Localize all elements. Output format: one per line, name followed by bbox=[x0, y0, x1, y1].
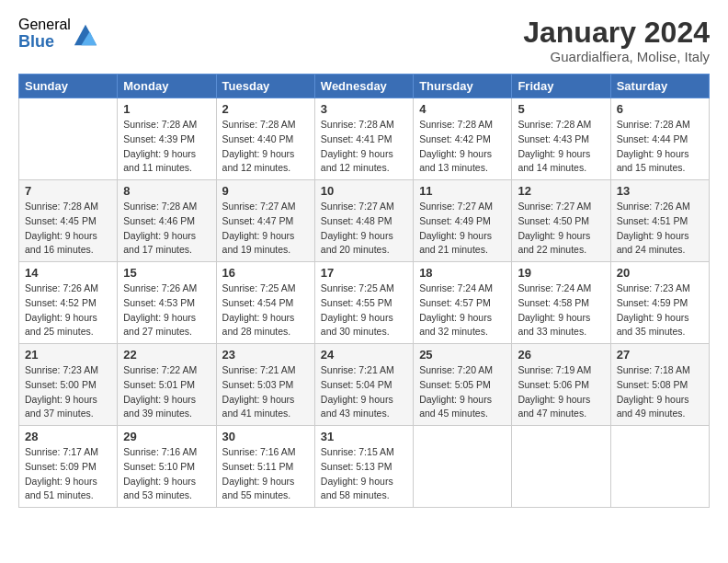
sunset: Sunset: 4:51 PM bbox=[617, 215, 688, 226]
month-title: January 2024 bbox=[523, 17, 710, 49]
calendar-cell: 6 Sunrise: 7:28 AM Sunset: 4:44 PM Dayli… bbox=[610, 98, 709, 180]
weekday-header-row: Sunday Monday Tuesday Wednesday Thursday… bbox=[19, 75, 710, 98]
header-thursday: Thursday bbox=[414, 75, 512, 98]
sunrise: Sunrise: 7:28 AM bbox=[123, 201, 197, 212]
calendar-cell: 5 Sunrise: 7:28 AM Sunset: 4:43 PM Dayli… bbox=[512, 98, 610, 180]
day-number: 2 bbox=[222, 102, 309, 116]
calendar-table: Sunday Monday Tuesday Wednesday Thursday… bbox=[18, 74, 710, 508]
daylight: Daylight: 9 hours and 51 minutes. bbox=[25, 476, 97, 501]
logo-general: General bbox=[18, 17, 71, 33]
day-info: Sunrise: 7:28 AM Sunset: 4:41 PM Dayligh… bbox=[321, 118, 407, 176]
sunset: Sunset: 4:57 PM bbox=[419, 297, 491, 308]
day-number: 1 bbox=[123, 102, 210, 116]
day-number: 16 bbox=[222, 266, 309, 280]
day-info: Sunrise: 7:21 AM Sunset: 5:03 PM Dayligh… bbox=[222, 363, 309, 421]
day-info: Sunrise: 7:16 AM Sunset: 5:10 PM Dayligh… bbox=[123, 445, 210, 503]
calendar-cell: 14 Sunrise: 7:26 AM Sunset: 4:52 PM Dayl… bbox=[19, 262, 118, 344]
sunrise: Sunrise: 7:28 AM bbox=[419, 119, 493, 130]
day-info: Sunrise: 7:27 AM Sunset: 4:48 PM Dayligh… bbox=[321, 200, 407, 258]
day-number: 18 bbox=[419, 266, 506, 280]
day-info: Sunrise: 7:19 AM Sunset: 5:06 PM Dayligh… bbox=[518, 363, 604, 421]
sunrise: Sunrise: 7:28 AM bbox=[123, 119, 197, 130]
title-block: January 2024 Guardialfiera, Molise, Ital… bbox=[523, 17, 710, 64]
day-info: Sunrise: 7:25 AM Sunset: 4:54 PM Dayligh… bbox=[222, 282, 309, 339]
sunrise: Sunrise: 7:25 AM bbox=[321, 282, 394, 293]
calendar-cell: 15 Sunrise: 7:26 AM Sunset: 4:53 PM Dayl… bbox=[118, 262, 216, 344]
daylight: Daylight: 9 hours and 58 minutes. bbox=[321, 476, 393, 501]
day-info: Sunrise: 7:28 AM Sunset: 4:42 PM Dayligh… bbox=[419, 118, 506, 176]
sunrise: Sunrise: 7:24 AM bbox=[518, 282, 591, 293]
page: General Blue January 2024 Guardialfiera,… bbox=[0, 0, 728, 563]
week-row-0: 1 Sunrise: 7:28 AM Sunset: 4:39 PM Dayli… bbox=[19, 98, 710, 180]
daylight: Daylight: 9 hours and 49 minutes. bbox=[617, 394, 689, 419]
calendar-cell: 8 Sunrise: 7:28 AM Sunset: 4:46 PM Dayli… bbox=[118, 180, 216, 262]
sunset: Sunset: 5:11 PM bbox=[222, 461, 294, 472]
sunrise: Sunrise: 7:17 AM bbox=[25, 446, 98, 457]
day-number: 10 bbox=[321, 184, 407, 198]
daylight: Daylight: 9 hours and 43 minutes. bbox=[321, 394, 393, 419]
daylight: Daylight: 9 hours and 37 minutes. bbox=[25, 394, 97, 419]
daylight: Daylight: 9 hours and 39 minutes. bbox=[123, 394, 196, 419]
day-number: 3 bbox=[321, 102, 407, 116]
sunrise: Sunrise: 7:28 AM bbox=[321, 119, 394, 130]
calendar-cell: 10 Sunrise: 7:27 AM Sunset: 4:48 PM Dayl… bbox=[314, 180, 413, 262]
day-number: 9 bbox=[222, 184, 309, 198]
sunset: Sunset: 4:54 PM bbox=[222, 297, 294, 308]
calendar-cell: 2 Sunrise: 7:28 AM Sunset: 4:40 PM Dayli… bbox=[216, 98, 314, 180]
day-info: Sunrise: 7:28 AM Sunset: 4:46 PM Dayligh… bbox=[123, 200, 210, 258]
daylight: Daylight: 9 hours and 35 minutes. bbox=[617, 312, 689, 338]
sunrise: Sunrise: 7:23 AM bbox=[617, 282, 690, 293]
daylight: Daylight: 9 hours and 33 minutes. bbox=[518, 312, 590, 338]
calendar-cell: 21 Sunrise: 7:23 AM Sunset: 5:00 PM Dayl… bbox=[19, 344, 118, 426]
calendar-cell: 3 Sunrise: 7:28 AM Sunset: 4:41 PM Dayli… bbox=[314, 98, 413, 180]
day-number: 6 bbox=[617, 102, 703, 116]
sunset: Sunset: 4:49 PM bbox=[419, 215, 491, 226]
daylight: Daylight: 9 hours and 13 minutes. bbox=[419, 148, 492, 174]
sunrise: Sunrise: 7:21 AM bbox=[222, 364, 296, 375]
day-info: Sunrise: 7:21 AM Sunset: 5:04 PM Dayligh… bbox=[321, 363, 407, 421]
week-row-4: 28 Sunrise: 7:17 AM Sunset: 5:09 PM Dayl… bbox=[19, 426, 710, 508]
day-number: 17 bbox=[321, 266, 407, 280]
day-info: Sunrise: 7:15 AM Sunset: 5:13 PM Dayligh… bbox=[321, 445, 407, 503]
sunrise: Sunrise: 7:25 AM bbox=[222, 282, 296, 293]
calendar-cell: 31 Sunrise: 7:15 AM Sunset: 5:13 PM Dayl… bbox=[314, 426, 413, 508]
daylight: Daylight: 9 hours and 21 minutes. bbox=[419, 230, 492, 256]
sunset: Sunset: 5:09 PM bbox=[25, 461, 97, 472]
day-number: 24 bbox=[321, 348, 407, 362]
day-info: Sunrise: 7:22 AM Sunset: 5:01 PM Dayligh… bbox=[123, 363, 210, 421]
day-number: 23 bbox=[222, 348, 309, 362]
calendar-cell: 26 Sunrise: 7:19 AM Sunset: 5:06 PM Dayl… bbox=[512, 344, 610, 426]
daylight: Daylight: 9 hours and 25 minutes. bbox=[25, 312, 97, 338]
calendar-cell: 19 Sunrise: 7:24 AM Sunset: 4:58 PM Dayl… bbox=[512, 262, 610, 344]
header-tuesday: Tuesday bbox=[216, 75, 314, 98]
sunrise: Sunrise: 7:28 AM bbox=[25, 201, 98, 212]
day-info: Sunrise: 7:23 AM Sunset: 4:59 PM Dayligh… bbox=[617, 282, 703, 339]
sunrise: Sunrise: 7:22 AM bbox=[123, 364, 197, 375]
sunset: Sunset: 5:06 PM bbox=[518, 379, 589, 390]
sunset: Sunset: 4:40 PM bbox=[222, 133, 294, 144]
calendar-cell: 18 Sunrise: 7:24 AM Sunset: 4:57 PM Dayl… bbox=[414, 262, 512, 344]
day-info: Sunrise: 7:27 AM Sunset: 4:50 PM Dayligh… bbox=[518, 200, 604, 258]
daylight: Daylight: 9 hours and 45 minutes. bbox=[419, 394, 492, 419]
sunrise: Sunrise: 7:27 AM bbox=[518, 201, 591, 212]
sunrise: Sunrise: 7:19 AM bbox=[518, 364, 591, 375]
day-number: 12 bbox=[518, 184, 604, 198]
sunrise: Sunrise: 7:27 AM bbox=[222, 201, 296, 212]
sunset: Sunset: 5:10 PM bbox=[123, 461, 195, 472]
day-number: 7 bbox=[25, 184, 111, 198]
day-number: 21 bbox=[25, 348, 111, 362]
day-info: Sunrise: 7:28 AM Sunset: 4:39 PM Dayligh… bbox=[123, 118, 210, 176]
day-info: Sunrise: 7:28 AM Sunset: 4:40 PM Dayligh… bbox=[222, 118, 309, 176]
day-number: 13 bbox=[617, 184, 703, 198]
day-number: 11 bbox=[419, 184, 506, 198]
day-number: 28 bbox=[25, 430, 111, 443]
day-number: 29 bbox=[123, 430, 210, 443]
calendar-cell: 24 Sunrise: 7:21 AM Sunset: 5:04 PM Dayl… bbox=[314, 344, 413, 426]
day-number: 30 bbox=[222, 430, 309, 443]
logo-text: General Blue bbox=[18, 17, 71, 51]
location: Guardialfiera, Molise, Italy bbox=[523, 49, 710, 64]
calendar-cell: 27 Sunrise: 7:18 AM Sunset: 5:08 PM Dayl… bbox=[610, 344, 709, 426]
sunset: Sunset: 4:41 PM bbox=[321, 133, 392, 144]
header-monday: Monday bbox=[118, 75, 216, 98]
sunset: Sunset: 5:13 PM bbox=[321, 461, 392, 472]
